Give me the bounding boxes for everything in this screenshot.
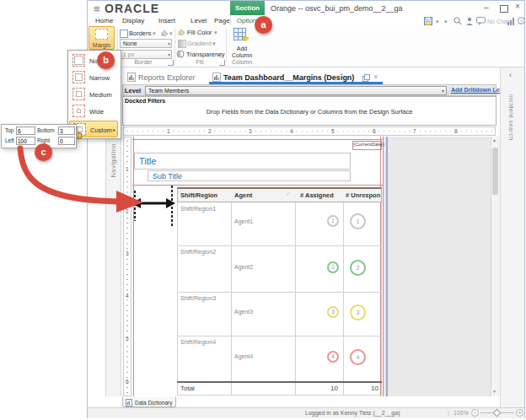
- unresponded-gauge[interactable]: 1: [350, 213, 366, 229]
- status-divider: |: [448, 410, 449, 416]
- tab-reports-explorer[interactable]: Reports Explorer: [138, 73, 196, 82]
- scroll-up-icon[interactable]: ▲: [492, 137, 496, 143]
- close-icon[interactable]: ×: [515, 3, 520, 11]
- scrollbar-thumb[interactable]: [492, 148, 498, 195]
- table-cell-agent[interactable]: Agent3: [234, 309, 253, 315]
- navigation-vertical-label[interactable]: Navigation: [110, 143, 117, 177]
- table-row[interactable]: Shift/Region2: [180, 249, 216, 255]
- table-cell-agent[interactable]: Agent1: [234, 218, 253, 224]
- assigned-gauge[interactable]: 3: [327, 306, 339, 318]
- margin-option-wide[interactable]: Wide: [69, 103, 118, 120]
- unresponded-gauge[interactable]: 2: [350, 260, 366, 276]
- margin-button[interactable]: Margin ▾: [89, 26, 115, 50]
- unresponded-gauge[interactable]: 3: [350, 304, 366, 320]
- data-dictionary-tab[interactable]: Data Dictionary: [122, 396, 176, 407]
- ruler-number: 5: [330, 128, 335, 134]
- transparency-dropdown-icon[interactable]: ▾: [218, 51, 222, 58]
- callout-badge-c: c: [35, 143, 52, 161]
- unresponded-gauge[interactable]: 4: [350, 349, 366, 365]
- add-column-icon[interactable]: [233, 28, 250, 44]
- current-date-field[interactable]: {CurrentDate}: [352, 141, 382, 150]
- user-icon[interactable]: [465, 17, 474, 25]
- level-label: Level: [125, 87, 141, 94]
- assigned-gauge[interactable]: 1: [327, 215, 339, 227]
- save-icon[interactable]: [424, 17, 432, 25]
- stats-icon[interactable]: [507, 17, 515, 25]
- page-guide-left: [133, 137, 134, 396]
- bottom-margin-input[interactable]: [58, 127, 75, 135]
- report-icon: [212, 73, 221, 82]
- border-width-select[interactable]: 1 px ▾: [120, 50, 172, 59]
- redo-dropdown-icon[interactable]: ▾: [444, 19, 448, 25]
- scroll-down-icon[interactable]: ▼: [492, 389, 496, 394]
- ruler-number: 3: [125, 250, 130, 256]
- logged-in-status: Logged in as Kenny Tietz (__2__ga): [305, 410, 400, 416]
- level-select[interactable]: Team Members ▾: [145, 86, 447, 95]
- page-guide-top: [132, 139, 384, 140]
- zoom-out-button[interactable]: −: [471, 409, 479, 417]
- border-color-bucket-icon[interactable]: [160, 29, 169, 37]
- margin-option-medium[interactable]: Medium: [69, 86, 118, 103]
- maximize-icon[interactable]: [500, 5, 508, 13]
- table-row-divider: [177, 245, 382, 246]
- assigned-gauge[interactable]: 2: [327, 261, 339, 273]
- margin-wide-icon: [72, 105, 85, 117]
- tab-close-icon[interactable]: ×: [373, 73, 378, 81]
- gradient-dropdown-icon[interactable]: ▾: [212, 40, 216, 47]
- ruler-number: 5: [125, 336, 130, 342]
- margin-option-narrow[interactable]: Narrow: [69, 69, 118, 86]
- minimize-icon[interactable]: –: [484, 3, 489, 12]
- column-header-unresponded[interactable]: # Unrespon: [346, 191, 380, 199]
- hamburger-icon[interactable]: ≡: [94, 3, 100, 15]
- chat-icon[interactable]: [476, 17, 486, 25]
- column-header-agent[interactable]: Agent: [234, 191, 252, 199]
- gradient-icon: [178, 40, 186, 48]
- border-style-select[interactable]: None ▾: [120, 39, 172, 48]
- fill-color-bucket-icon[interactable]: [177, 28, 185, 36]
- transparency-icon: [176, 50, 185, 58]
- search-icon[interactable]: [454, 17, 462, 25]
- window-title: Orange -- osvc_bui_pm_demo__2__ga: [271, 4, 403, 13]
- add-column-label[interactable]: Add Column: [228, 46, 256, 59]
- right-margin-label: Right: [37, 137, 50, 143]
- borders-label[interactable]: Borders: [129, 30, 151, 37]
- column-header-shift-region[interactable]: Shift/Region: [180, 191, 217, 199]
- fill-color-dropdown-icon[interactable]: ▾: [214, 30, 217, 36]
- oracle-logo: ORACLE: [105, 2, 159, 15]
- zoom-in-button[interactable]: +: [516, 409, 523, 417]
- table-row[interactable]: Shift/Region3: [180, 295, 216, 301]
- contextual-tab-section: Section: [230, 1, 265, 15]
- left-margin-input[interactable]: [16, 137, 35, 145]
- tab-team-dashboard-margins[interactable]: Team Dashboard__Margins (Design): [223, 73, 354, 82]
- subtitle-field[interactable]: Sub Title: [148, 170, 351, 181]
- fill-group-launcher-icon[interactable]: [219, 60, 225, 66]
- popout-icon[interactable]: [362, 74, 370, 82]
- table-row[interactable]: Shift/Region1: [180, 206, 216, 212]
- save-dropdown-icon[interactable]: ▾: [436, 19, 439, 25]
- table-row[interactable]: Shift/Region4: [180, 339, 216, 345]
- horizontal-ruler: 1 2 3 4 5 6 7 8: [123, 127, 496, 136]
- borders-checkbox-icon[interactable]: [120, 30, 128, 38]
- border-color-dropdown-icon[interactable]: ▾: [169, 30, 173, 37]
- table-cell-agent[interactable]: Agent4: [234, 353, 253, 359]
- borders-dropdown-icon[interactable]: ▾: [153, 30, 156, 37]
- assigned-gauge[interactable]: 4: [327, 351, 339, 363]
- column-header-assigned[interactable]: # Assigned: [300, 191, 334, 199]
- gradient-label[interactable]: Gradient: [187, 40, 212, 47]
- incident-search-vertical-label[interactable]: incident search: [508, 94, 514, 141]
- border-width-value: 1 px: [123, 51, 134, 57]
- title-text: Title: [139, 156, 156, 166]
- total-assigned-value: 10: [295, 385, 338, 392]
- fill-color-label[interactable]: Fill Color: [187, 29, 212, 36]
- title-field[interactable]: Title: [134, 153, 351, 170]
- border-group-launcher-icon[interactable]: [168, 60, 174, 66]
- left-margin-label: Left: [5, 137, 14, 143]
- collapse-panel-chevron-icon[interactable]: ‹: [509, 71, 512, 79]
- table-cell-agent[interactable]: Agent2: [234, 264, 253, 270]
- top-margin-input[interactable]: [16, 127, 35, 135]
- right-margin-input[interactable]: [58, 137, 75, 145]
- ribbon-separator: [174, 28, 175, 63]
- screenshot-stage: ≡ ORACLE Section Orange -- osvc_bui_pm_d…: [0, 0, 526, 420]
- help-icon[interactable]: ?: [518, 17, 525, 24]
- table-total-divider: [177, 381, 382, 383]
